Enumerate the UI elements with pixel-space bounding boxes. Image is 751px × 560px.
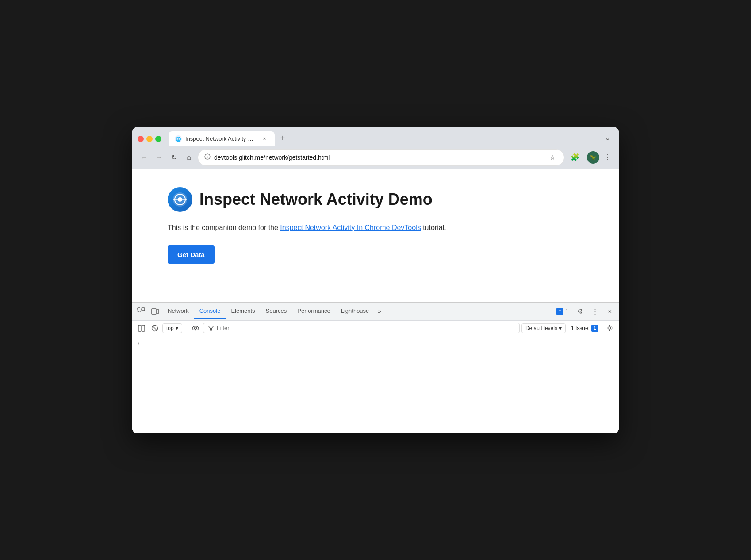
bookmark-button[interactable]: ☆	[547, 152, 558, 163]
forward-button[interactable]: →	[153, 151, 165, 164]
page-logo	[168, 187, 192, 212]
svg-rect-12	[157, 310, 159, 313]
reload-icon: ↻	[171, 153, 177, 161]
devtools-tabs-right: ≡ 1 ⚙ ⋮ ×	[553, 303, 617, 320]
window-controls	[138, 136, 161, 142]
issues-count: 1	[565, 308, 568, 315]
svg-line-16	[153, 326, 157, 330]
forward-icon: →	[155, 153, 162, 161]
svg-rect-9	[138, 308, 141, 311]
tab-title: Inspect Network Activity Dem	[185, 135, 257, 142]
tab-lighthouse[interactable]: Lighthouse	[336, 303, 375, 319]
levels-label: Default levels	[525, 325, 557, 331]
context-label: top	[166, 325, 174, 331]
separator	[584, 153, 584, 162]
issues-badge: 1	[591, 325, 598, 332]
address-bar[interactable]: i ☆	[198, 149, 564, 166]
page-title: Inspect Network Activity Demo	[199, 190, 433, 209]
svg-point-17	[192, 326, 199, 330]
console-caret[interactable]: ›	[136, 339, 141, 347]
toolbar-divider	[186, 324, 186, 333]
new-tab-button[interactable]: +	[276, 132, 289, 145]
back-button[interactable]: ←	[138, 151, 150, 164]
tab-performance[interactable]: Performance	[292, 303, 335, 319]
title-bar: 🌐 Inspect Network Activity Dem × + ⌄	[132, 127, 619, 146]
console-settings-button[interactable]	[604, 322, 615, 334]
page-description: This is the companion demo for the Inspe…	[168, 222, 597, 233]
avatar: 🦖	[590, 154, 597, 161]
page-content: Inspect Network Activity Demo This is th…	[132, 169, 619, 302]
home-button[interactable]: ⌂	[183, 151, 195, 164]
description-suffix: tutorial.	[421, 224, 446, 231]
console-content: ›	[132, 336, 619, 433]
home-icon: ⌂	[187, 153, 191, 161]
svg-text:🌐: 🌐	[176, 136, 181, 142]
get-data-button[interactable]: Get Data	[168, 245, 215, 264]
svg-point-20	[609, 327, 611, 329]
description-link[interactable]: Inspect Network Activity In Chrome DevTo…	[280, 224, 421, 231]
svg-rect-13	[138, 325, 141, 331]
address-bar-row: ← → ↻ ⌂ i ☆ 🧩	[132, 146, 619, 169]
console-toolbar: top ▾ Default levels ▾	[132, 321, 619, 336]
browser-actions: 🧩 🦖 ⋮	[569, 151, 613, 164]
tab-sources[interactable]: Sources	[261, 303, 292, 319]
devtools-tabs: Network Console Elements Sources Perform…	[132, 303, 619, 321]
tab-bar: 🌐 Inspect Network Activity Dem × +	[169, 131, 598, 146]
more-icon: ⋮	[604, 153, 611, 161]
console-clear-button[interactable]	[149, 322, 161, 334]
settings-icon	[606, 325, 613, 331]
inspect-element-button[interactable]	[134, 303, 148, 320]
back-icon: ←	[140, 153, 147, 161]
more-button[interactable]: ⋮	[601, 151, 613, 164]
extension-icon: 🧩	[571, 153, 579, 161]
console-sidebar-button[interactable]	[136, 322, 147, 334]
console-issues-button[interactable]: 1 Issue: 1	[567, 323, 602, 333]
close-button[interactable]	[138, 136, 144, 142]
avatar-button[interactable]: 🦖	[587, 151, 599, 164]
svg-rect-10	[142, 308, 145, 311]
security-icon: i	[204, 153, 211, 161]
context-arrow: ▾	[176, 325, 178, 331]
active-tab[interactable]: 🌐 Inspect Network Activity Dem ×	[169, 131, 275, 146]
svg-text:i: i	[207, 155, 208, 159]
filter-icon	[208, 325, 214, 331]
extension-button[interactable]: 🧩	[569, 151, 581, 164]
more-tabs-button[interactable]: »	[374, 303, 384, 319]
tab-elements[interactable]: Elements	[226, 303, 260, 319]
devtools-more-button[interactable]: ⋮	[588, 303, 602, 320]
console-filter-bar[interactable]	[203, 323, 520, 333]
tab-dropdown-button[interactable]: ⌄	[601, 132, 613, 144]
svg-point-18	[194, 327, 196, 329]
svg-marker-19	[208, 326, 214, 330]
console-context-selector[interactable]: top ▾	[162, 323, 182, 333]
svg-rect-11	[152, 309, 156, 314]
console-eye-button[interactable]	[190, 322, 201, 334]
tab-network[interactable]: Network	[162, 303, 194, 319]
issues-button[interactable]: ≡ 1	[553, 306, 572, 317]
issues-badge-icon: ≡	[556, 308, 563, 315]
maximize-button[interactable]	[155, 136, 161, 142]
tab-close-button[interactable]: ×	[261, 135, 268, 143]
levels-arrow: ▾	[559, 325, 562, 331]
console-levels-selector[interactable]: Default levels ▾	[521, 323, 566, 333]
minimize-button[interactable]	[146, 136, 153, 142]
device-toolbar-button[interactable]	[148, 303, 162, 320]
description-prefix: This is the companion demo for the	[168, 224, 280, 231]
reload-button[interactable]: ↻	[168, 151, 180, 164]
devtools-panel: Network Console Elements Sources Perform…	[132, 302, 619, 433]
devtools-settings-button[interactable]: ⚙	[573, 303, 587, 320]
tab-console[interactable]: Console	[194, 303, 226, 319]
filter-input[interactable]	[217, 325, 515, 331]
address-actions: ☆	[547, 152, 558, 163]
url-input[interactable]	[214, 154, 544, 161]
browser-window: 🌐 Inspect Network Activity Dem × + ⌄ ← →…	[132, 127, 619, 433]
svg-rect-14	[142, 325, 145, 331]
page-header: Inspect Network Activity Demo	[168, 187, 597, 212]
issues-text: 1 Issue:	[571, 325, 590, 331]
devtools-close-button[interactable]: ×	[603, 303, 617, 320]
tab-favicon: 🌐	[175, 135, 182, 142]
